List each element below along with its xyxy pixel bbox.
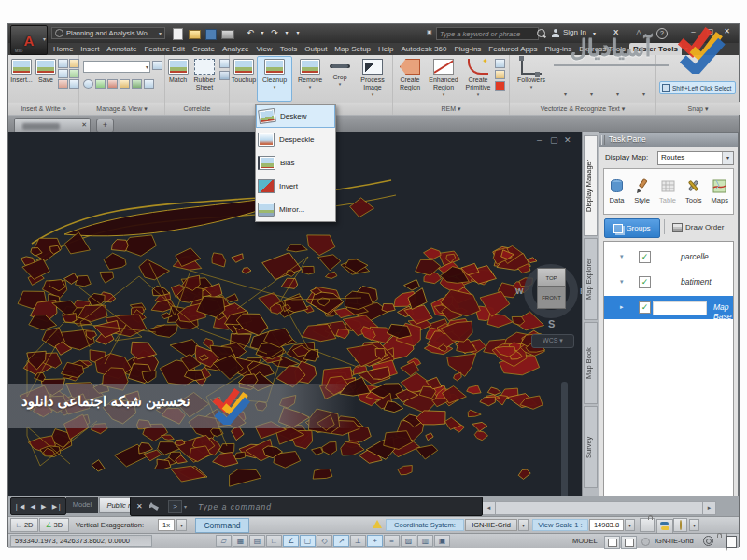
gear-icon[interactable]: [703, 536, 713, 546]
tab-analyze[interactable]: Analyze: [218, 43, 252, 55]
panel-title-rem[interactable]: REM ▾: [393, 102, 509, 115]
clean-screen-button[interactable]: [726, 536, 737, 548]
toggle-transparency[interactable]: ▨: [401, 535, 416, 547]
toggle-object-snap-tracking[interactable]: ↗: [333, 535, 349, 547]
panel-title-correlate[interactable]: Correlate: [165, 102, 229, 115]
layer-row-batiment[interactable]: ▾ ✓ batiment: [604, 271, 733, 294]
zoom-image-icon[interactable]: [83, 79, 93, 89]
model-tab[interactable]: Model: [66, 497, 98, 513]
application-menu-button[interactable]: A M3D ▾: [10, 25, 48, 55]
enhanced-region-button[interactable]: Enhanced Region ▾: [427, 56, 460, 102]
match-button[interactable]: Match: [166, 56, 190, 102]
menu-item-deskew[interactable]: Deskew: [256, 105, 335, 128]
plot-button[interactable]: [221, 27, 234, 40]
recent-commands-caret-icon[interactable]: ▾: [184, 503, 187, 510]
layer-row-map-base[interactable]: ▸ ✓ Map Base: [604, 296, 733, 319]
viewcube-east[interactable]: E: [580, 287, 582, 296]
tab-output[interactable]: Output: [301, 43, 331, 55]
command-wrench-icon[interactable]: [149, 502, 159, 511]
toggle-ortho-mode[interactable]: ∟: [266, 535, 282, 547]
draw-order-button[interactable]: Draw Order: [672, 218, 724, 236]
first-layout-icon[interactable]: ❘◀: [14, 503, 24, 511]
tab-tools[interactable]: Tools: [276, 43, 302, 55]
viewcube-front-face[interactable]: FRONT: [537, 287, 566, 309]
view-scale-value[interactable]: 14983.8: [589, 519, 624, 531]
image-select-combo[interactable]: ▾: [83, 61, 150, 73]
display-map-select[interactable]: Routes ▾: [657, 151, 734, 165]
move-image-icon[interactable]: [219, 59, 230, 68]
search-input[interactable]: [436, 27, 539, 40]
search-icon[interactable]: [537, 29, 545, 37]
toggle-dynamic-input[interactable]: +: [367, 535, 383, 547]
vertical-exaggeration-value[interactable]: 1x: [158, 519, 175, 531]
touchup-button[interactable]: Touchup: [232, 56, 256, 102]
workspace-switcher[interactable]: Planning and Analysis Wo... ▾: [51, 27, 165, 39]
tab-feature-edit[interactable]: Feature Edit: [140, 43, 189, 55]
toggle-3d-object-snap[interactable]: ◇: [317, 535, 332, 547]
vectorize-drop-1-icon[interactable]: ▾: [564, 91, 567, 97]
cursor-coordinates[interactable]: 593340.1973, 2426373.8602, 0.0000: [10, 535, 152, 547]
side-tab-survey[interactable]: Survey: [584, 406, 598, 488]
layer-checkbox[interactable]: ✓: [639, 251, 651, 263]
image-info-icon[interactable]: [69, 79, 79, 89]
viewport-close-icon[interactable]: ✕: [564, 136, 571, 145]
drawing-tab-close-icon[interactable]: ✕: [81, 121, 87, 129]
save-image-button[interactable]: Save: [35, 56, 57, 102]
create-primitive-button[interactable]: ✦ Create Primitive ▾: [462, 56, 494, 102]
toggle-quick-properties[interactable]: ▥: [417, 535, 433, 547]
toggle-lineweight[interactable]: ≡: [384, 535, 400, 547]
viewcube-west[interactable]: W: [515, 287, 524, 296]
collapse-arrow-icon[interactable]: ▸: [620, 303, 624, 311]
layer-checkbox[interactable]: ✓: [639, 276, 651, 288]
image-quality-icon[interactable]: [58, 79, 68, 89]
image-frame-icon[interactable]: [69, 69, 79, 78]
menu-item-bias[interactable]: Bias: [256, 151, 335, 175]
menu-item-despeckle[interactable]: Despeckle: [256, 128, 335, 151]
followers-button[interactable]: Followers ▾: [515, 56, 547, 102]
vectorize-drop-2-icon[interactable]: ▾: [590, 91, 593, 97]
command-input-placeholder[interactable]: Type a command: [198, 502, 272, 511]
vertical-exaggeration-caret-icon[interactable]: ▾: [176, 519, 187, 531]
lightbulb-button[interactable]: [673, 518, 687, 532]
process-image-button[interactable]: Process Image ▾: [355, 56, 390, 102]
panel-title-insert-write[interactable]: Insert & Write »: [8, 102, 78, 115]
tab-help[interactable]: Help: [374, 43, 397, 55]
expand-arrow-icon[interactable]: ▾: [620, 253, 624, 260]
tab-autodesk-360[interactable]: Autodesk 360: [398, 43, 451, 55]
maps-button[interactable]: Maps: [712, 178, 728, 204]
rem-color-swatch[interactable]: [495, 81, 505, 91]
groups-button[interactable]: Groups: [604, 218, 660, 238]
viewcube-top-face[interactable]: TOP: [537, 268, 566, 287]
command-tab[interactable]: Command: [195, 518, 249, 533]
viewcube[interactable]: TOP FRONT: [537, 268, 566, 309]
data-button[interactable]: Data: [609, 178, 625, 204]
redo-button[interactable]: ↷: [268, 27, 281, 40]
2d-button[interactable]: ∟ 2D: [10, 518, 38, 532]
toggle-dynamic-ucs[interactable]: ⊥: [350, 535, 366, 547]
layout-quick-view-icon[interactable]: [604, 536, 620, 549]
edit-image-icon[interactable]: [120, 79, 130, 89]
coordinate-system-value[interactable]: IGN-IIE-Grid: [465, 519, 517, 531]
side-tab-map-explorer[interactable]: Map Explorer: [584, 238, 598, 320]
canvas-scrollbar-vertical[interactable]: [561, 382, 568, 496]
toggle-grid-display[interactable]: ▤: [249, 535, 265, 547]
status-coordinate-system[interactable]: IGN-IIE-Grid: [655, 536, 694, 547]
menu-item-invert[interactable]: Invert: [256, 175, 335, 198]
toggle-infer-constraints[interactable]: ▱: [216, 535, 232, 547]
image-embed-icon[interactable]: [69, 59, 79, 68]
last-layout-icon[interactable]: ▶❘: [52, 503, 63, 511]
hide-image-icon[interactable]: [107, 79, 118, 89]
viewport-restore-icon[interactable]: ▢: [550, 136, 558, 145]
image-transparency-icon[interactable]: [58, 69, 68, 78]
side-tab-display-manager[interactable]: Display Manager: [584, 135, 598, 236]
cleanup-button[interactable]: Cleanup ▾: [257, 56, 292, 102]
model-space-button[interactable]: MODEL: [572, 536, 598, 547]
tab-create[interactable]: Create: [189, 43, 218, 55]
layer-checkbox[interactable]: ✓: [639, 301, 651, 314]
insert-image-button[interactable]: Insert...: [9, 56, 34, 102]
rem-edit-icon[interactable]: [495, 70, 505, 79]
shift-left-click-select-button[interactable]: Shift+Left Click Select: [659, 81, 736, 94]
task-pane-grip[interactable]: [601, 135, 605, 145]
command-close-icon[interactable]: ✕: [136, 502, 143, 511]
redo-caret-icon[interactable]: ▾: [283, 27, 290, 40]
